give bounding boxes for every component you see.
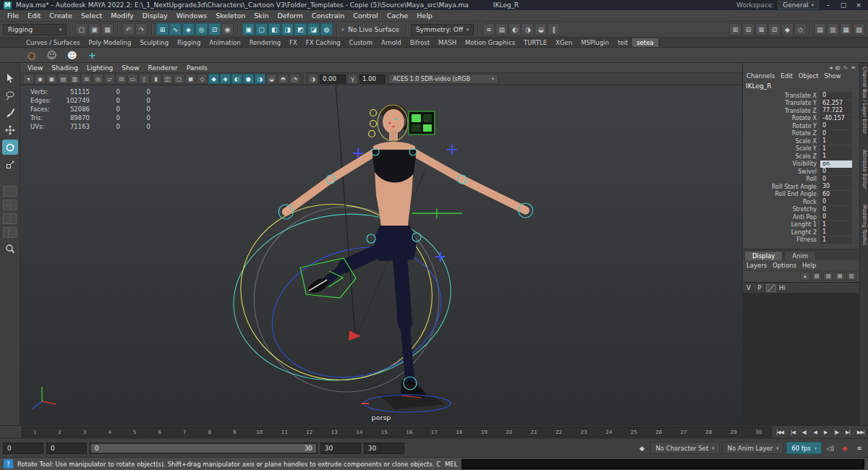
- layer-list[interactable]: V P Hi: [743, 282, 859, 425]
- ipr-render-icon[interactable]: ◑: [522, 23, 534, 35]
- menu-item[interactable]: File: [3, 12, 23, 20]
- shelf-tab[interactable]: MASH: [434, 38, 461, 47]
- menu-item[interactable]: Windows: [172, 12, 211, 20]
- hyperbolic-curve-icon[interactable]: ∿: [843, 64, 848, 71]
- gate-mask-icon[interactable]: ▮: [150, 74, 161, 84]
- gamma-icon[interactable]: γ: [347, 74, 358, 84]
- channel-settings-icon[interactable]: ≡: [851, 64, 856, 71]
- range-slider-bar[interactable]: 0 30: [91, 444, 316, 453]
- panel-menu-item[interactable]: Lighting: [82, 64, 117, 72]
- menu-set-dropdown[interactable]: Rigging▾: [3, 24, 67, 35]
- preserve-uv-icon[interactable]: ◪: [307, 23, 320, 35]
- layer-row[interactable]: V P Hi: [743, 283, 859, 294]
- minimize-button[interactable]: –: [822, 1, 834, 9]
- layout-shortcut-icon[interactable]: ▦: [840, 23, 852, 35]
- channel-value-field[interactable]: 1: [820, 236, 852, 244]
- channel-value-field[interactable]: 1: [820, 145, 852, 153]
- animation-end-field[interactable]: 30: [364, 443, 404, 454]
- shaded-icon[interactable]: ◆: [208, 74, 219, 84]
- move-tool-button[interactable]: [2, 122, 18, 137]
- view-transform-dropdown[interactable]: ACES 1.0 SDR-video (sRGB▾: [388, 74, 498, 84]
- workspace-layout-icon[interactable]: ▧: [853, 23, 865, 35]
- anim-layer-dropdown[interactable]: No Anim Layer▾: [723, 442, 784, 454]
- render-current-frame-icon[interactable]: ◐: [509, 23, 521, 35]
- snap-to-projected-center-icon[interactable]: ◎: [195, 23, 208, 35]
- single-pane-layout-button[interactable]: [3, 186, 17, 197]
- shelf-tab[interactable]: TURTLE: [519, 38, 551, 47]
- curve-display-icon[interactable]: ⊞: [729, 23, 741, 35]
- range-bar-start-handle[interactable]: 0: [95, 445, 98, 452]
- playback-start-field[interactable]: 0: [46, 443, 87, 454]
- shelf-ring-icon[interactable]: ○: [25, 48, 38, 62]
- speed-state-icon[interactable]: ◍: [835, 64, 841, 71]
- fps-dropdown[interactable]: 60 fps▾: [786, 442, 822, 454]
- shelf-tab[interactable]: Custom: [345, 38, 378, 47]
- undo-icon[interactable]: ↶: [122, 23, 135, 35]
- playback-end-field[interactable]: 30: [320, 443, 361, 454]
- symmetry-dropdown[interactable]: Symmetry: Off▾: [411, 24, 474, 35]
- layer-playback-toggle[interactable]: P: [755, 284, 765, 291]
- channel-value-field[interactable]: 30: [820, 183, 852, 190]
- shelf-tab[interactable]: Curves / Surfaces: [22, 38, 85, 47]
- rotate-tool-button[interactable]: [2, 140, 18, 155]
- menu-item[interactable]: Skin: [250, 12, 273, 20]
- lighting-icon[interactable]: ◐: [231, 74, 242, 84]
- snap-to-grid-icon[interactable]: ⊞: [156, 23, 169, 35]
- layer-editor-menu[interactable]: Layers: [746, 262, 767, 269]
- persp-outliner-layout-button[interactable]: [3, 227, 17, 238]
- snap-to-point-icon[interactable]: ◈: [182, 23, 195, 35]
- sidebar-vertical-tab[interactable]: Modeling Toolkit: [861, 205, 867, 245]
- camera-based-selection-icon[interactable]: ◨: [281, 23, 294, 35]
- shelf-tab[interactable]: Rigging: [173, 38, 205, 47]
- soft-select-icon[interactable]: ◍: [320, 23, 333, 35]
- highlight-selection-icon[interactable]: ◧: [268, 23, 281, 35]
- ssao-icon[interactable]: ◑: [255, 74, 265, 84]
- command-line-language-toggle[interactable]: MEL: [445, 461, 457, 468]
- select-camera-icon[interactable]: ▾: [23, 74, 34, 84]
- image-plane-icon[interactable]: ▥: [69, 74, 80, 84]
- step-back-frame-button[interactable]: |◀: [791, 430, 795, 435]
- character-mesh[interactable]: [286, 104, 525, 398]
- lock-camera-icon[interactable]: ◉: [35, 74, 46, 84]
- shelf-tab[interactable]: Arnold: [377, 38, 406, 47]
- four-pane-layout-button[interactable]: [3, 200, 17, 210]
- snap-to-view-plane-icon[interactable]: ⊡: [208, 23, 221, 35]
- animation-start-field[interactable]: 0: [3, 443, 43, 454]
- menu-item[interactable]: Deform: [273, 12, 307, 20]
- channel-value-field[interactable]: 0: [820, 92, 852, 99]
- viewport-canvas[interactable]: Verts: 51115 0 0 Edges: 102749 0 0: [20, 85, 742, 425]
- panel-menu-item[interactable]: Show: [117, 64, 143, 72]
- channel-box-menu[interactable]: Show: [822, 72, 843, 80]
- panel-menu-item[interactable]: Shading: [47, 64, 82, 72]
- layer-editor-menu[interactable]: Help: [802, 262, 816, 269]
- menu-item[interactable]: Create: [45, 12, 77, 20]
- shelf-tab[interactable]: Motion Graphics: [461, 38, 519, 47]
- maximize-button[interactable]: ▢: [838, 1, 849, 9]
- menu-item[interactable]: Modify: [106, 12, 137, 20]
- save-scene-icon[interactable]: ▦: [101, 23, 114, 35]
- set-key-icon[interactable]: ◆: [636, 443, 647, 454]
- open-scene-icon[interactable]: ▣: [88, 23, 101, 35]
- channel-value-field[interactable]: 1: [820, 137, 852, 145]
- gamma-field[interactable]: 1.00: [359, 74, 386, 84]
- xray-icon[interactable]: ◔: [289, 74, 300, 84]
- component-mode-icon[interactable]: ▢: [255, 23, 268, 35]
- camera-icon[interactable]: ⊠: [755, 23, 767, 35]
- snap-to-curve-icon[interactable]: ∿: [169, 23, 182, 35]
- mute-audio-icon[interactable]: ◁): [825, 443, 836, 454]
- shelf-cross-icon[interactable]: +: [85, 48, 99, 62]
- wireframe-icon[interactable]: ◇: [197, 74, 208, 84]
- textured-icon[interactable]: ◈: [220, 74, 231, 84]
- shadows-icon[interactable]: ●: [243, 74, 254, 84]
- preserve-children-icon[interactable]: ◩: [294, 23, 307, 35]
- grid-icon[interactable]: ⊟: [116, 74, 127, 84]
- channel-value-field[interactable]: 60: [820, 191, 852, 198]
- play-forwards-button[interactable]: ▶: [824, 430, 827, 435]
- exposure-icon[interactable]: ◑: [307, 74, 318, 84]
- channel-box-menu[interactable]: Object: [796, 72, 821, 80]
- new-empty-display-layer-icon[interactable]: ▧: [812, 272, 822, 281]
- channel-value-field[interactable]: 1: [820, 228, 852, 236]
- channel-value-field[interactable]: 0: [820, 130, 852, 137]
- frame-selection-icon[interactable]: ▥: [827, 23, 839, 35]
- new-scene-icon[interactable]: ▢: [75, 23, 88, 35]
